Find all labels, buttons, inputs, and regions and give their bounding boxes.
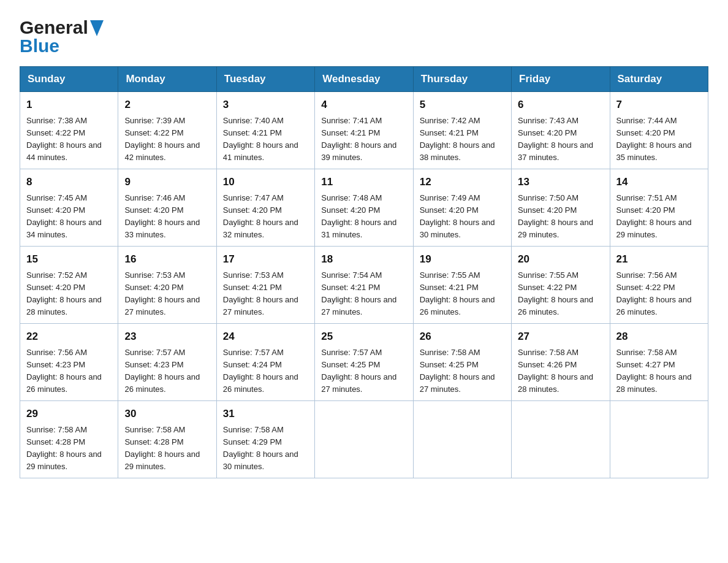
day-number: 15	[26, 251, 112, 267]
day-number: 8	[26, 174, 112, 190]
calendar-cell: 2Sunrise: 7:39 AMSunset: 4:22 PMDaylight…	[118, 92, 216, 169]
calendar-cell: 27Sunrise: 7:58 AMSunset: 4:26 PMDayligh…	[512, 324, 610, 401]
day-number: 28	[616, 329, 702, 345]
calendar-cell: 8Sunrise: 7:45 AMSunset: 4:20 PMDaylight…	[20, 169, 118, 247]
day-info: Sunrise: 7:48 AMSunset: 4:20 PMDaylight:…	[321, 192, 406, 242]
day-number: 12	[420, 174, 505, 190]
calendar-cell: 29Sunrise: 7:58 AMSunset: 4:28 PMDayligh…	[20, 401, 118, 478]
day-info: Sunrise: 7:44 AMSunset: 4:20 PMDaylight:…	[616, 115, 702, 164]
day-info: Sunrise: 7:57 AMSunset: 4:23 PMDaylight:…	[124, 347, 210, 396]
day-number: 20	[518, 251, 603, 267]
day-info: Sunrise: 7:42 AMSunset: 4:21 PMDaylight:…	[420, 115, 505, 164]
day-info: Sunrise: 7:53 AMSunset: 4:21 PMDaylight:…	[223, 269, 308, 319]
calendar-cell: 15Sunrise: 7:52 AMSunset: 4:20 PMDayligh…	[20, 247, 118, 324]
day-number: 24	[223, 329, 308, 345]
weekday-header-sunday: Sunday	[20, 67, 118, 92]
calendar-cell: 6Sunrise: 7:43 AMSunset: 4:20 PMDaylight…	[512, 92, 610, 169]
day-number: 18	[321, 251, 406, 267]
calendar-cell: 7Sunrise: 7:44 AMSunset: 4:20 PMDaylight…	[610, 92, 708, 169]
calendar-cell: 26Sunrise: 7:58 AMSunset: 4:25 PMDayligh…	[413, 324, 511, 401]
calendar-cell: 10Sunrise: 7:47 AMSunset: 4:20 PMDayligh…	[216, 169, 314, 247]
day-number: 21	[616, 251, 702, 267]
day-number: 19	[420, 251, 505, 267]
calendar-cell: 20Sunrise: 7:55 AMSunset: 4:22 PMDayligh…	[512, 247, 610, 324]
day-number: 27	[518, 329, 603, 345]
day-info: Sunrise: 7:52 AMSunset: 4:20 PMDaylight:…	[26, 269, 112, 319]
calendar-cell: 23Sunrise: 7:57 AMSunset: 4:23 PMDayligh…	[118, 324, 216, 401]
calendar-table: SundayMondayTuesdayWednesdayThursdayFrid…	[20, 66, 708, 478]
day-info: Sunrise: 7:58 AMSunset: 4:25 PMDaylight:…	[420, 347, 505, 396]
day-info: Sunrise: 7:50 AMSunset: 4:20 PMDaylight:…	[518, 192, 603, 242]
day-number: 29	[26, 406, 112, 422]
weekday-header-tuesday: Tuesday	[216, 67, 314, 92]
calendar-week-row: 29Sunrise: 7:58 AMSunset: 4:28 PMDayligh…	[20, 401, 708, 478]
svg-marker-0	[90, 20, 104, 36]
day-info: Sunrise: 7:58 AMSunset: 4:28 PMDaylight:…	[124, 424, 210, 473]
calendar-cell: 21Sunrise: 7:56 AMSunset: 4:22 PMDayligh…	[610, 247, 708, 324]
calendar-cell: 1Sunrise: 7:38 AMSunset: 4:22 PMDaylight…	[20, 92, 118, 169]
day-number: 25	[321, 329, 406, 345]
day-info: Sunrise: 7:57 AMSunset: 4:25 PMDaylight:…	[321, 347, 406, 396]
calendar-cell: 30Sunrise: 7:58 AMSunset: 4:28 PMDayligh…	[118, 401, 216, 478]
day-info: Sunrise: 7:58 AMSunset: 4:27 PMDaylight:…	[616, 347, 702, 396]
day-info: Sunrise: 7:41 AMSunset: 4:21 PMDaylight:…	[321, 115, 406, 164]
day-number: 30	[124, 406, 210, 422]
day-info: Sunrise: 7:58 AMSunset: 4:28 PMDaylight:…	[26, 424, 112, 473]
day-info: Sunrise: 7:57 AMSunset: 4:24 PMDaylight:…	[223, 347, 308, 396]
day-number: 23	[124, 329, 210, 345]
calendar-cell: 13Sunrise: 7:50 AMSunset: 4:20 PMDayligh…	[512, 169, 610, 247]
day-info: Sunrise: 7:56 AMSunset: 4:22 PMDaylight:…	[616, 269, 702, 319]
day-info: Sunrise: 7:46 AMSunset: 4:20 PMDaylight:…	[124, 192, 210, 242]
day-number: 13	[518, 174, 603, 190]
calendar-cell: 22Sunrise: 7:56 AMSunset: 4:23 PMDayligh…	[20, 324, 118, 401]
calendar-cell: 3Sunrise: 7:40 AMSunset: 4:21 PMDaylight…	[216, 92, 314, 169]
day-number: 9	[124, 174, 210, 190]
calendar-cell	[610, 401, 708, 478]
day-info: Sunrise: 7:43 AMSunset: 4:20 PMDaylight:…	[518, 115, 603, 164]
calendar-cell: 24Sunrise: 7:57 AMSunset: 4:24 PMDayligh…	[216, 324, 314, 401]
calendar-week-row: 22Sunrise: 7:56 AMSunset: 4:23 PMDayligh…	[20, 324, 708, 401]
day-info: Sunrise: 7:55 AMSunset: 4:22 PMDaylight:…	[518, 269, 603, 319]
logo-arrow-icon	[90, 20, 104, 36]
weekday-header-saturday: Saturday	[610, 67, 708, 92]
calendar-cell: 5Sunrise: 7:42 AMSunset: 4:21 PMDaylight…	[413, 92, 511, 169]
weekday-header-thursday: Thursday	[413, 67, 511, 92]
day-info: Sunrise: 7:49 AMSunset: 4:20 PMDaylight:…	[420, 192, 505, 242]
day-number: 10	[223, 174, 308, 190]
calendar-cell: 17Sunrise: 7:53 AMSunset: 4:21 PMDayligh…	[216, 247, 314, 324]
calendar-cell: 31Sunrise: 7:58 AMSunset: 4:29 PMDayligh…	[216, 401, 314, 478]
logo: General Blue	[20, 17, 104, 56]
logo-general-text: General	[20, 17, 88, 38]
calendar-cell: 12Sunrise: 7:49 AMSunset: 4:20 PMDayligh…	[413, 169, 511, 247]
day-number: 1	[26, 97, 112, 113]
calendar-cell: 16Sunrise: 7:53 AMSunset: 4:20 PMDayligh…	[118, 247, 216, 324]
day-info: Sunrise: 7:58 AMSunset: 4:26 PMDaylight:…	[518, 347, 603, 396]
day-info: Sunrise: 7:40 AMSunset: 4:21 PMDaylight:…	[223, 115, 308, 164]
day-number: 3	[223, 97, 308, 113]
calendar-week-row: 8Sunrise: 7:45 AMSunset: 4:20 PMDaylight…	[20, 169, 708, 247]
day-info: Sunrise: 7:51 AMSunset: 4:20 PMDaylight:…	[616, 192, 702, 242]
calendar-week-row: 1Sunrise: 7:38 AMSunset: 4:22 PMDaylight…	[20, 92, 708, 169]
calendar-cell: 9Sunrise: 7:46 AMSunset: 4:20 PMDaylight…	[118, 169, 216, 247]
day-number: 14	[616, 174, 702, 190]
day-number: 5	[420, 97, 505, 113]
day-number: 6	[518, 97, 603, 113]
calendar-cell	[512, 401, 610, 478]
weekday-header-friday: Friday	[512, 67, 610, 92]
day-number: 17	[223, 251, 308, 267]
calendar-cell	[413, 401, 511, 478]
day-number: 31	[223, 406, 308, 422]
day-number: 11	[321, 174, 406, 190]
calendar-cell: 25Sunrise: 7:57 AMSunset: 4:25 PMDayligh…	[315, 324, 413, 401]
day-number: 2	[124, 97, 210, 113]
day-info: Sunrise: 7:54 AMSunset: 4:21 PMDaylight:…	[321, 269, 406, 319]
calendar-cell: 19Sunrise: 7:55 AMSunset: 4:21 PMDayligh…	[413, 247, 511, 324]
logo-blue-text: Blue	[20, 36, 59, 56]
day-number: 7	[616, 97, 702, 113]
day-info: Sunrise: 7:53 AMSunset: 4:20 PMDaylight:…	[124, 269, 210, 319]
day-info: Sunrise: 7:55 AMSunset: 4:21 PMDaylight:…	[420, 269, 505, 319]
calendar-cell	[315, 401, 413, 478]
weekday-header-monday: Monday	[118, 67, 216, 92]
weekday-header-row: SundayMondayTuesdayWednesdayThursdayFrid…	[20, 67, 708, 92]
day-info: Sunrise: 7:47 AMSunset: 4:20 PMDaylight:…	[223, 192, 308, 242]
